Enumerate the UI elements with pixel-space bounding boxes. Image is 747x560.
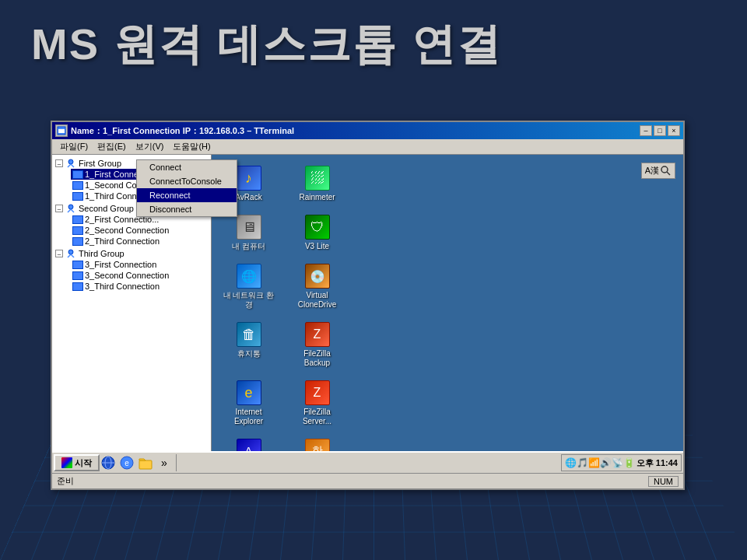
start-label: 시작 [75, 457, 92, 469]
tree-item-icon-3 [72, 192, 83, 201]
svg-line-3 [68, 164, 71, 167]
desktop-icon-label-huijitong: 휴지통 [237, 349, 261, 359]
lang-indicator: A漢 [641, 163, 675, 179]
desktop-icon-img-v3lite: 🛡 [305, 215, 330, 240]
svg-point-2 [68, 159, 73, 164]
tree-item-third-1[interactable]: 3_First Connection [71, 259, 208, 270]
desktop-icon-label-mycomputer: 내 컴퓨터 [232, 242, 265, 251]
desktop-icon-huijitong[interactable]: 🗑휴지통 [219, 319, 278, 371]
status-num: NUM [648, 476, 679, 487]
svg-rect-18 [139, 460, 152, 469]
tree-item-icon-s2 [72, 226, 83, 235]
desktop-icon-label-rainmeter: Rainmeter [299, 193, 335, 202]
svg-point-8 [68, 250, 73, 254]
svg-text:e: e [124, 459, 129, 467]
tree-item-icon-s3 [72, 237, 83, 246]
lang-indicator-text: A漢 [645, 165, 659, 177]
tree-group-second-label: Second Group [79, 204, 134, 213]
desktop-icon-rainmeter[interactable]: ⛆Rainmeter [288, 163, 346, 205]
restore-button[interactable]: □ [654, 125, 666, 136]
svg-line-9 [68, 254, 71, 257]
desktop-icons: ♪AvRack⛆Rainmeter🖥내 컴퓨터🛡V3 Lite🌐내 네트워크 환… [212, 155, 683, 451]
desktop-icon-label-v3lite: V3 Lite [305, 242, 329, 251]
tree-item-label-third-3: 3_Third Connection [85, 282, 160, 291]
titlebar: Name：1_First Connection IP：192.168.0.3 –… [52, 122, 683, 139]
desktop-icon-virtualclone[interactable]: 💿Virtual CloneDrive [288, 261, 346, 313]
tree-children-second: 2_First Connectio... 2_Second Connection… [71, 214, 208, 247]
menubar: 파일(F) 편집(E) 보기(V) 도움말(H) [52, 139, 683, 155]
svg-line-10 [71, 254, 74, 257]
tree-expand-second[interactable]: – [55, 205, 63, 212]
start-button[interactable]: 시작 [54, 454, 100, 471]
tree-item-label-second-2: 2_Second Connection [85, 226, 169, 235]
tree-item-icon-1 [72, 170, 83, 179]
menu-edit[interactable]: 편집(E) [93, 140, 131, 153]
tree-network-icon-third [65, 249, 77, 258]
desktop-icon-asus[interactable]: AASUS WLAN Control C... [219, 436, 278, 451]
desktop-icon-network[interactable]: 🌐내 네트워크 환경 [219, 261, 278, 313]
ctx-disconnect[interactable]: Disconnect [137, 202, 237, 216]
menu-help[interactable]: 도움말(H) [168, 140, 215, 153]
svg-rect-1 [58, 129, 65, 133]
desktop-icon-img-asus: A [237, 439, 261, 451]
quicklaunch-browser[interactable]: e [118, 454, 135, 471]
tree-item-icon-t3 [72, 282, 83, 291]
tree-item-icon-s1 [72, 215, 83, 224]
desktop-icon-label-avrack: AvRack [235, 193, 261, 202]
close-button[interactable]: × [668, 125, 680, 136]
tree-item-second-2[interactable]: 2_Second Connection [71, 225, 208, 236]
desktop-icon-img-mycomputer: 🖥 [237, 215, 261, 240]
systray-time: 오후 11:44 [637, 457, 678, 469]
tree-group-third-header: – Third Group [55, 248, 208, 259]
svg-point-11 [661, 166, 668, 173]
desktop-icon-img-huijitong: 🗑 [237, 322, 261, 347]
status-text: 준비 [57, 475, 648, 487]
tree-item-third-3[interactable]: 3_Third Connection [71, 281, 208, 292]
quicklaunch-more[interactable]: » [156, 454, 173, 471]
tree-expand-third[interactable]: – [55, 250, 63, 257]
titlebar-buttons: – □ × [640, 125, 680, 136]
tree-network-icon-first [65, 159, 77, 168]
desktop-icon-img-ie: e [237, 380, 261, 405]
tree-expand-first[interactable]: – [55, 159, 63, 167]
tree-item-third-2[interactable]: 3_Second Connection [71, 270, 208, 281]
tree-network-icon-second [65, 204, 77, 213]
desktop-icon-img-korean: 한 [305, 439, 330, 451]
tree-item-icon-2 [72, 181, 83, 190]
context-menu: Connect ConnectToConsole Reconnect Disco… [136, 159, 237, 217]
svg-line-4 [71, 164, 74, 167]
desktop-icon-filezilla-server[interactable]: ZFileZilla Server... [288, 377, 346, 429]
lang-search-icon [661, 166, 672, 177]
ctx-connect[interactable]: Connect [137, 160, 237, 174]
ctx-connect-console[interactable]: ConnectToConsole [137, 174, 237, 188]
quicklaunch-ie[interactable] [100, 454, 117, 471]
menu-view[interactable]: 보기(V) [131, 140, 169, 153]
desktop-icon-label-filezilla-server: FileZilla Server... [291, 408, 343, 426]
ctx-reconnect[interactable]: Reconnect [137, 188, 237, 202]
svg-point-5 [68, 205, 73, 209]
menu-file[interactable]: 파일(F) [55, 140, 93, 153]
start-icon [61, 457, 72, 468]
desktop-icon-korean[interactable]: 한Korean Templeat... [288, 436, 346, 451]
titlebar-text: Name：1_First Connection IP：192.168.0.3 –… [71, 125, 640, 137]
desktop-icon-img-rainmeter: ⛆ [305, 166, 330, 191]
tree-children-third: 3_First Connection 3_Second Connection 3… [71, 259, 208, 292]
desktop-icon-ie[interactable]: eInternet Explorer [219, 377, 278, 429]
minimize-button[interactable]: – [640, 125, 652, 136]
desktop-icon-filezilla-backup[interactable]: ZFileZilla Backup [288, 319, 346, 371]
tree-group-third: – Third Group 3_First Connection [55, 248, 208, 292]
desktop-icon-img-virtualclone: 💿 [305, 264, 330, 289]
desktop-icon-label-network: 내 네트워크 환경 [223, 291, 275, 310]
desktop-icon-v3lite[interactable]: 🛡V3 Lite [288, 212, 346, 254]
svg-line-12 [667, 172, 670, 175]
desktop-icon-label-filezilla-backup: FileZilla Backup [291, 349, 343, 368]
taskbar-quick-launch: e » [100, 454, 177, 471]
desktop-icon-label-virtualclone: Virtual CloneDrive [291, 291, 343, 310]
tree-item-label-second-3: 2_Third Connection [85, 236, 160, 246]
statusbar: 준비 NUM [52, 473, 683, 488]
quicklaunch-folder[interactable] [137, 454, 154, 471]
desktop-icon-mycomputer[interactable]: 🖥내 컴퓨터 [219, 212, 278, 254]
systray: 🌐🎵📶🔊📡🔋 오후 11:44 [561, 454, 682, 471]
tree-item-second-3[interactable]: 2_Third Connection [71, 236, 208, 247]
svg-line-6 [68, 209, 71, 212]
